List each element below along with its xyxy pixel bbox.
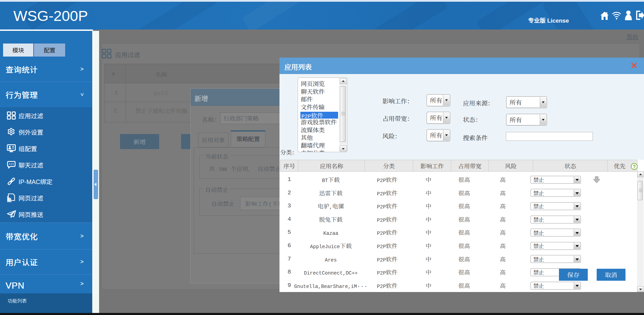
svg-text:?: ? xyxy=(633,164,636,169)
